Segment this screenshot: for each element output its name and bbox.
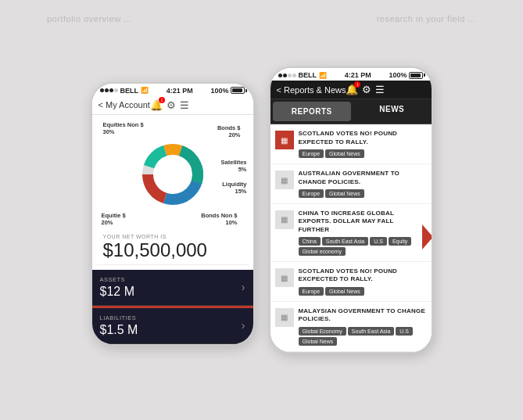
- status-bar-left: BELL 📶 4:21 PM 100%: [92, 84, 253, 96]
- tag-us-5[interactable]: U.S: [396, 327, 413, 336]
- label-bonds: Bonds $20%: [217, 124, 241, 138]
- news-item-5: ▦ Malaysian government to change policie…: [270, 302, 432, 352]
- time-left: 4:21 PM: [167, 87, 193, 95]
- assets-row[interactable]: Assets $12 M ›: [92, 270, 253, 306]
- dot1: [100, 88, 104, 92]
- battery-fill-left: [232, 88, 242, 92]
- label-bonds-non: Bonds Non $10%: [201, 212, 237, 226]
- rdot3: [288, 74, 292, 77]
- tag-europe-2[interactable]: Europe: [299, 189, 324, 198]
- news-icon-4: ▦: [275, 268, 294, 287]
- watermark-right: research in your field ...: [377, 14, 476, 23]
- tag-sea-5[interactable]: South East Asia: [348, 327, 394, 336]
- carrier-left: BELL: [120, 87, 139, 95]
- dot3: [109, 88, 113, 92]
- news-headline-5: Malaysian government to change policies.: [299, 307, 427, 324]
- tag-equity-3[interactable]: Equity: [389, 237, 411, 246]
- label-liquidity: Liquidity15%: [222, 181, 246, 195]
- battery-fill-right: [410, 74, 421, 77]
- news-icon-2: ▦: [275, 171, 294, 189]
- chart-section: Equities Non $30% Bonds $20% Satellites5…: [92, 115, 253, 270]
- menu-icon-left[interactable]: ☰: [180, 99, 189, 111]
- time-right: 4:21 PM: [345, 71, 371, 79]
- news-item-3: ▦ China to increase global exports. Doll…: [270, 204, 432, 262]
- news-content-3: China to increase global exports. Dollar…: [299, 210, 427, 256]
- menu-icon-right[interactable]: ☰: [375, 84, 385, 95]
- news-tags-3: China South East Asia U.S Equity Global …: [299, 237, 427, 256]
- news-headline-2: Australian government to change policies…: [299, 170, 427, 186]
- right-phone: BELL 📶 4:21 PM 100% < Reports & News 🔔1 …: [269, 66, 433, 353]
- tab-reports[interactable]: Reports: [273, 102, 352, 121]
- label-equitie: Equitie $20%: [102, 212, 126, 226]
- bell-badge-right: 1: [354, 81, 360, 88]
- watermark-left: portfolio overview ...: [47, 14, 132, 23]
- net-worth-value: $10,500,000: [103, 239, 242, 261]
- wifi-icon-left: 📶: [141, 87, 149, 94]
- tab-news[interactable]: News: [353, 99, 432, 124]
- chart-labels: Equities Non $30% Bonds $20% Satellites5…: [97, 120, 249, 229]
- carrier-right: BELL: [299, 71, 317, 79]
- tag-sea-3[interactable]: South East Asia: [322, 237, 368, 246]
- nav-icons-left: 🔔1 ⚙ ☰: [150, 99, 189, 111]
- dot4: [114, 88, 118, 92]
- news-headline-3: China to increase global exports. Dollar…: [299, 210, 427, 234]
- news-tags-2: Europe Global News: [299, 189, 427, 198]
- gear-icon-right[interactable]: ⚙: [362, 84, 371, 95]
- news-tags-4: Europe Global News: [299, 287, 427, 296]
- rdot4: [292, 74, 296, 77]
- news-item-4: ▦ Scotland votes no! Pound excpected to …: [270, 262, 432, 302]
- tag-globalnews-1[interactable]: Global News: [325, 149, 364, 158]
- tag-europe-4[interactable]: Europe: [299, 287, 324, 296]
- tag-globaleconomy-3[interactable]: Global economy: [299, 247, 346, 256]
- wifi-icon-right: 📶: [319, 72, 327, 79]
- rdot2: [283, 74, 287, 77]
- bell-icon-right[interactable]: 🔔1: [346, 84, 358, 95]
- liabilities-label: Liabilities: [100, 314, 138, 321]
- news-content-4: Scotland votes no! Pound excpected to ra…: [299, 267, 427, 296]
- news-tags-1: Europe Global News: [299, 149, 427, 158]
- news-headline-1: Scotland votes no! Pound expected to ral…: [299, 130, 427, 146]
- assets-label: Assets: [100, 276, 134, 283]
- label-equities-non: Equities Non $30%: [103, 121, 144, 135]
- battery-pct-right: 100%: [389, 71, 407, 79]
- tag-globalnews-2[interactable]: Global News: [325, 189, 364, 198]
- tag-us-3[interactable]: U.S: [370, 237, 387, 246]
- bell-badge-left: 1: [159, 97, 165, 103]
- tabs-bar: Reports News: [270, 99, 432, 124]
- back-button-right[interactable]: < Reports & News: [277, 85, 346, 95]
- dot2: [105, 88, 109, 92]
- assets-value: $12 M: [100, 285, 134, 299]
- signal-dots-right: [278, 74, 296, 77]
- news-content-2: Australian government to change policies…: [299, 170, 427, 198]
- triangle-decoration: [422, 224, 433, 249]
- battery-right: [409, 72, 423, 79]
- news-item-2: ▦ Australian government to change polici…: [270, 164, 432, 204]
- news-icon-1: ▦: [275, 131, 294, 149]
- battery-left: [231, 87, 245, 94]
- label-satellites: Satellites5%: [221, 159, 247, 173]
- news-content-1: Scotland votes no! Pound expected to ral…: [299, 130, 427, 158]
- left-phone: BELL 📶 4:21 PM 100% < My Account 🔔1 ⚙ ☰: [91, 82, 255, 346]
- battery-pct-left: 100%: [210, 87, 228, 95]
- gear-icon-left[interactable]: ⚙: [167, 99, 176, 111]
- nav-bar-right: < Reports & News 🔔1 ⚙ ☰: [270, 81, 432, 99]
- news-content-5: Malaysian government to change policies.…: [299, 307, 427, 346]
- tag-china-3[interactable]: China: [299, 237, 321, 246]
- status-bar-right: BELL 📶 4:21 PM 100%: [270, 68, 432, 81]
- news-tags-5: Global Economy South East Asia U.S Globa…: [299, 327, 427, 346]
- assets-chevron: ›: [242, 281, 245, 293]
- liabilities-chevron: ›: [242, 319, 245, 332]
- tag-europe-1[interactable]: Europe: [299, 149, 324, 158]
- back-button-left[interactable]: < My Account: [99, 100, 150, 109]
- news-icon-5: ▦: [275, 308, 294, 327]
- tag-globalnews-4[interactable]: Global News: [325, 287, 364, 296]
- net-worth-section: Your net worth is $10,500,000: [97, 229, 249, 265]
- donut-chart-area: Equities Non $30% Bonds $20% Satellites5…: [97, 120, 249, 229]
- bell-icon-left[interactable]: 🔔1: [150, 99, 163, 111]
- tag-globaleconomy-5[interactable]: Global Economy: [299, 327, 346, 336]
- rdot1: [278, 74, 282, 77]
- tag-globalnews-5[interactable]: Global News: [299, 337, 338, 346]
- liabilities-row[interactable]: Liabilities $1.5 M ›: [92, 306, 253, 344]
- nav-icons-right: 🔔1 ⚙ ☰: [346, 84, 385, 95]
- news-headline-4: Scotland votes no! Pound excpected to ra…: [299, 267, 427, 284]
